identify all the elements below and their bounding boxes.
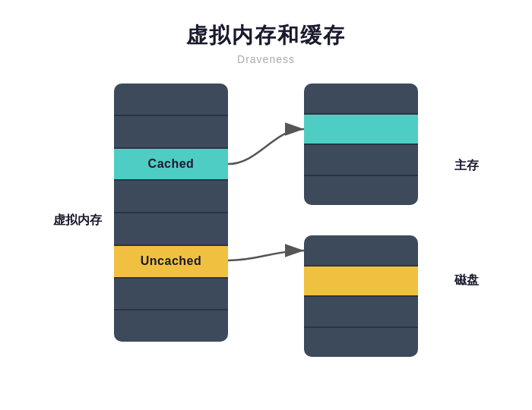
main-memory-column bbox=[304, 84, 418, 205]
page-title: 虚拟内存和缓存 bbox=[186, 21, 346, 50]
cached-arrow bbox=[228, 129, 304, 164]
mm-row-4 bbox=[304, 176, 418, 206]
mm-row-1 bbox=[304, 84, 418, 115]
label-main-memory: 主存 bbox=[454, 158, 479, 174]
vm-row-5 bbox=[114, 213, 228, 246]
vm-uncached-row: Uncached bbox=[114, 246, 228, 279]
vm-cached-row: Cached bbox=[114, 149, 228, 181]
label-virtual-memory: 虚拟内存 bbox=[53, 213, 102, 229]
mm-cached-row bbox=[304, 115, 418, 146]
vm-row-2 bbox=[114, 116, 228, 149]
label-disk: 磁盘 bbox=[454, 273, 479, 289]
disk-uncached-row bbox=[304, 266, 418, 298]
diagram: 虚拟内存 Cached Uncached 主存 磁盘 bbox=[53, 84, 479, 357]
disk-row-4 bbox=[304, 328, 418, 358]
uncached-label: Uncached bbox=[141, 254, 201, 268]
virtual-memory-column: Cached Uncached bbox=[114, 84, 228, 342]
cached-label: Cached bbox=[148, 157, 195, 171]
uncached-arrow bbox=[228, 251, 304, 260]
vm-row-7 bbox=[114, 279, 228, 311]
vm-row-4 bbox=[114, 181, 228, 213]
mm-row-3 bbox=[304, 145, 418, 176]
disk-row-1 bbox=[304, 235, 418, 266]
disk-column bbox=[304, 235, 418, 357]
vm-row-1 bbox=[114, 84, 228, 116]
vm-row-8 bbox=[114, 311, 228, 342]
subtitle: Draveness bbox=[237, 53, 295, 65]
disk-row-3 bbox=[304, 297, 418, 328]
